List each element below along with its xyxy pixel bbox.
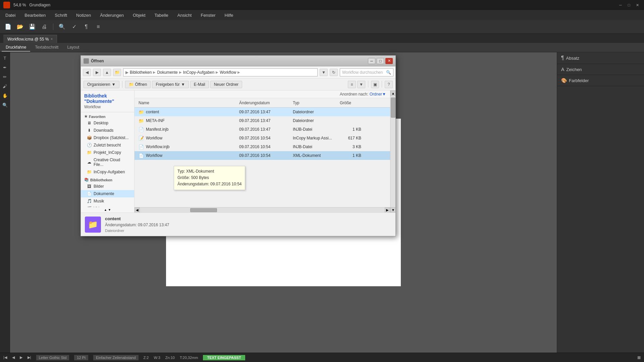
- file-tooltip: Typ: XML-Dokument Größe: 500 Bytes Änder…: [174, 166, 245, 190]
- scroll-thumb-v[interactable]: [391, 98, 395, 118]
- sidebar-dropbox[interactable]: 📦 Dropbox (Satzkist...: [81, 134, 134, 141]
- sidebar-projekt-label: Projekt_InCopy: [94, 150, 121, 155]
- sidebar-scroll-down[interactable]: ▼: [108, 208, 112, 212]
- favorites-label: Favoriten: [89, 115, 106, 119]
- scroll-thumb-h[interactable]: [190, 208, 217, 212]
- arrange-value[interactable]: Ordner: [370, 92, 382, 97]
- library-header: Bibliothek "Dokumente" Workflow: [81, 90, 134, 112]
- scroll-track-h: [140, 208, 385, 213]
- sidebar-recent[interactable]: 🕐 Zuletzt besucht: [81, 141, 134, 149]
- toolbar-sep-1: [122, 81, 122, 88]
- file-label-workflow: Workflow: [146, 136, 162, 140]
- email-button[interactable]: E-Mail: [190, 81, 209, 88]
- col-header-size[interactable]: Größe: [337, 101, 364, 105]
- scroll-right-button[interactable]: ▶: [385, 207, 390, 213]
- file-row-workflow[interactable]: 📝 Workflow 09.07.2016 10:54 InCopy Marku…: [135, 134, 390, 142]
- file-size-workflow-injb: 3 KB: [337, 144, 364, 149]
- preview-button[interactable]: ▣: [371, 81, 379, 88]
- scroll-left-button[interactable]: ◀: [135, 207, 140, 213]
- open-dialog: Öffnen ─ □ ✕ ◀ ▶ ▲ 📁 ▶ Bibliotheken ▶ Do…: [80, 55, 396, 236]
- help-button[interactable]: ?: [385, 81, 393, 88]
- nav-up-button[interactable]: ▲: [103, 69, 111, 76]
- breadcrumb-bibliotheken[interactable]: Bibliotheken: [130, 70, 152, 75]
- file-type-content: Dateiordner: [290, 110, 337, 114]
- file-label-workflow-injb: Workflow.injb: [146, 144, 169, 149]
- file-date-metainf: 09.07.2016 13:47: [236, 118, 290, 123]
- sidebar-bilder[interactable]: 🖼 Bilder: [81, 183, 134, 190]
- dropdown-button[interactable]: ▼: [320, 69, 328, 76]
- file-row-workflow-injb[interactable]: 📄 Workflow.injb 09.07.2016 10:54 INJB-Da…: [135, 142, 390, 151]
- sidebar-scroll-area: Bibliothek "Dokumente" Workflow ★ Favori…: [81, 90, 134, 207]
- sidebar-dokumente[interactable]: 📄 Dokumente: [81, 190, 134, 197]
- organise-button[interactable]: Organisieren ▼: [84, 81, 119, 88]
- file-type-workflow: InCopy Markup Assi...: [290, 136, 337, 140]
- arrange-arrow[interactable]: ▼: [382, 92, 386, 97]
- search-box[interactable]: Workflow durchsuchen 🔍: [340, 68, 393, 76]
- status-file-name: content: [105, 216, 169, 221]
- status-file-details: Änderungsdatum: 09.07.2016 13:47: [105, 223, 169, 227]
- sidebar-recent-label: Zuletzt besucht: [94, 143, 121, 147]
- sidebar-incopy[interactable]: 📁 InCopy-Aufgaben: [81, 168, 134, 176]
- recent-locations-button[interactable]: 📁: [113, 69, 121, 76]
- organise-arrow: ▼: [112, 82, 116, 87]
- file-label-workflow-xml: Workflow: [146, 153, 162, 158]
- file-row-workflow-xml[interactable]: 📄 Workflow 09.07.2016 10:54 XML-Dokument…: [135, 151, 390, 160]
- freigeben-label: Freigeben für: [156, 82, 179, 87]
- libraries-header: 📚 Bibliotheken: [81, 176, 134, 183]
- file-name-workflow-xml: 📄 Workflow: [136, 153, 236, 158]
- file-type-workflow-xml: XML-Dokument: [290, 153, 337, 158]
- email-label: E-Mail: [194, 82, 205, 87]
- scroll-down-button[interactable]: ▼: [390, 207, 395, 213]
- breadcrumb-dokumente[interactable]: Dokumente: [157, 70, 177, 75]
- cc-icon: ☁: [87, 160, 92, 165]
- sidebar-videos[interactable]: 🎬 Videos: [81, 205, 134, 207]
- dialog-maximize[interactable]: □: [377, 58, 384, 64]
- view-dropdown-button[interactable]: ▼: [357, 81, 365, 88]
- file-row-metainf[interactable]: 📁 META-INF 09.07.2016 13:47 Dateiordner: [135, 116, 390, 125]
- dialog-title: Öffnen: [91, 59, 104, 63]
- file-row-manifest[interactable]: 📄 Manifest.injb 09.07.2016 13:47 INJB-Da…: [135, 125, 390, 134]
- sidebar-musik[interactable]: 🎵 Musik: [81, 197, 134, 205]
- sidebar-downloads[interactable]: ⬇ Downloads: [81, 127, 134, 134]
- dialog-close[interactable]: ✕: [385, 58, 393, 64]
- sidebar-creative-cloud[interactable]: ☁ Creative Cloud File...: [81, 156, 134, 168]
- status-folder-icon: 📁: [85, 217, 101, 233]
- dialog-toolbar: Organisieren ▼ 📁 Öffnen Freigeben für ▼ …: [81, 78, 395, 90]
- file-date-workflow-injb: 09.07.2016 10:54: [236, 144, 290, 149]
- libraries-label: Bibliotheken: [90, 178, 112, 182]
- sidebar-cc-label: Creative Cloud File...: [94, 158, 131, 167]
- sidebar-desktop[interactable]: 🖥 Desktop: [81, 119, 134, 127]
- recent-icon: 🕐: [87, 143, 92, 147]
- breadcrumb-bar[interactable]: ▶ Bibliotheken ▶ Dokumente ▶ InCopy-Aufg…: [123, 68, 318, 76]
- dokumente-icon: 📄: [87, 191, 92, 196]
- file-icon-workflow-xml: 📄: [139, 153, 144, 158]
- file-row-content[interactable]: 📁 content 09.07.2016 13:47 Dateiordner: [135, 108, 390, 116]
- freigeben-button[interactable]: Freigeben für ▼: [152, 81, 189, 88]
- oeffnen-button[interactable]: 📁 Öffnen: [125, 81, 151, 88]
- file-type-workflow-injb: INJB-Datei: [290, 144, 337, 149]
- col-header-name[interactable]: Name: [136, 101, 236, 105]
- col-header-type[interactable]: Typ: [290, 101, 337, 105]
- dialog-sidebar: Bibliothek "Dokumente" Workflow ★ Favori…: [81, 90, 135, 213]
- breadcrumb-workflow[interactable]: Workflow: [220, 70, 236, 75]
- nav-back-button[interactable]: ◀: [83, 69, 91, 76]
- scroll-up-button[interactable]: ▲: [390, 90, 395, 96]
- sidebar-scroll-up[interactable]: ▲: [104, 208, 108, 212]
- dialog-statusbar: 📁 content Änderungsdatum: 09.07.2016 13:…: [81, 213, 395, 236]
- tooltip-type-row: Typ: XML-Dokument: [177, 168, 241, 175]
- new-folder-button[interactable]: Neuer Ordner: [210, 81, 242, 88]
- view-list-button[interactable]: ≡: [348, 81, 356, 88]
- dialog-minimize[interactable]: ─: [368, 58, 375, 64]
- breadcrumb-root: ▶: [125, 70, 128, 75]
- sidebar-projekt[interactable]: 📁 Projekt_InCopy: [81, 149, 134, 156]
- file-name-metainf: 📁 META-INF: [136, 118, 236, 123]
- col-header-date[interactable]: Änderungsdatum: [236, 101, 290, 105]
- scroll-track-v: [390, 96, 395, 207]
- refresh-button[interactable]: ↻: [330, 69, 338, 76]
- freigeben-arrow: ▼: [181, 82, 185, 87]
- toolbar-sep-2: [368, 81, 368, 87]
- view-controls: ≡ ▼ ▣ ?: [348, 81, 393, 88]
- nav-forward-button[interactable]: ▶: [93, 69, 101, 76]
- organise-label: Organisieren: [87, 82, 110, 87]
- breadcrumb-incopy[interactable]: InCopy-Aufgaben: [183, 70, 214, 75]
